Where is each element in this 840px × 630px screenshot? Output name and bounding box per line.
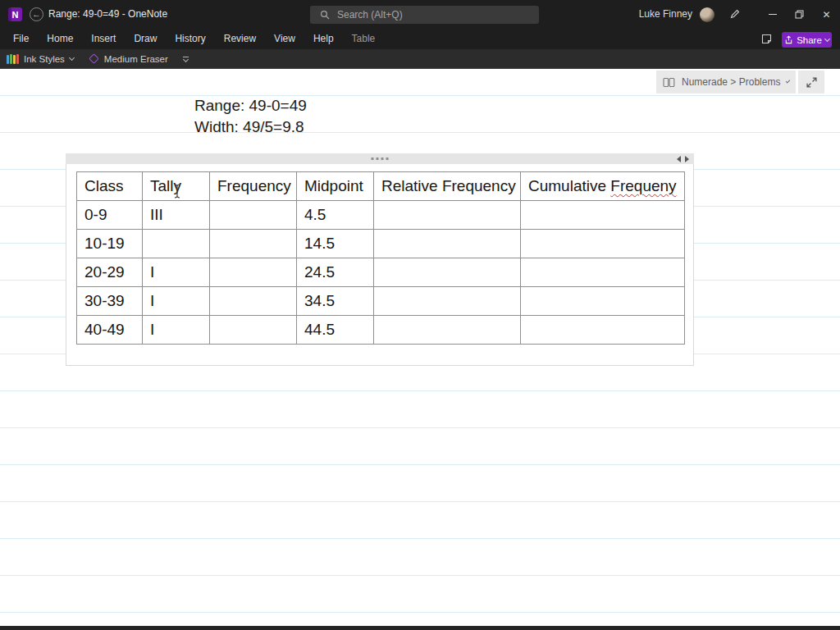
chevron-down-icon [786, 79, 790, 83]
menu-history[interactable]: History [166, 29, 214, 49]
cell[interactable] [374, 201, 521, 230]
close-icon: ✕ [822, 9, 830, 21]
cell[interactable] [374, 258, 521, 287]
close-button[interactable]: ✕ [813, 0, 840, 29]
menu-insert[interactable]: Insert [82, 29, 125, 49]
arrow-right-icon[interactable] [685, 156, 689, 162]
note-window-icon [760, 33, 773, 45]
cell[interactable] [521, 287, 685, 316]
cell[interactable]: 10-19 [77, 230, 143, 258]
cell[interactable] [143, 230, 210, 258]
onenote-logo-icon: N [8, 7, 22, 21]
notebook-section-dropdown[interactable]: Numerade > Problems [656, 71, 796, 94]
frequency-table: Class Tally Frequency Midpoint Relative … [76, 171, 685, 345]
page-canvas[interactable]: Numerade > Problems Range: 49-0=49 Width… [0, 70, 840, 626]
window-controls: ✕ [759, 0, 840, 29]
cell[interactable] [210, 230, 297, 258]
breadcrumb: Numerade > Problems [682, 76, 780, 88]
cell[interactable]: I [143, 287, 210, 316]
cell[interactable]: I [143, 316, 210, 345]
toolbar-overflow-button[interactable] [183, 57, 189, 62]
chevron-down-icon [69, 54, 75, 60]
text-cursor-icon [172, 183, 182, 203]
cell[interactable] [374, 230, 521, 258]
cell[interactable]: 20-29 [77, 258, 143, 287]
medium-eraser-button[interactable]: Medium Eraser [104, 54, 168, 64]
ink-styles-icon [7, 54, 19, 64]
cell[interactable]: 14.5 [297, 230, 374, 258]
menu-file[interactable]: File [4, 29, 38, 49]
header-midpoint[interactable]: Midpoint [297, 172, 374, 201]
onenote-window: N ← Range: 49-0=49 - OneNote Search (Alt… [0, 0, 840, 630]
cell[interactable]: 44.5 [297, 316, 374, 345]
search-icon [320, 10, 330, 20]
cell[interactable] [210, 201, 297, 230]
minimize-icon [769, 14, 777, 15]
table-row: 10-19 14.5 [77, 230, 685, 258]
expand-pane-button[interactable] [798, 71, 824, 94]
minimize-button[interactable] [759, 0, 786, 29]
header-relative-frequency[interactable]: Relative Frequency [374, 172, 521, 201]
header-cumulative-frequency[interactable]: Cumulative Frequeny [521, 172, 685, 201]
cell[interactable]: III [143, 201, 210, 230]
cell[interactable]: 40-49 [77, 316, 143, 345]
header-class[interactable]: Class [77, 172, 143, 201]
user-name: Luke Finney [639, 0, 692, 29]
expand-icon [806, 77, 817, 88]
cell[interactable]: 4.5 [297, 201, 374, 230]
menu-help[interactable]: Help [304, 29, 343, 49]
note-text-block[interactable]: Range: 49-0=49 Width: 49/5=9.8 [194, 95, 307, 138]
new-window-button[interactable] [760, 33, 773, 48]
table-drag-handle[interactable] [66, 153, 694, 164]
cell[interactable] [521, 201, 685, 230]
cell[interactable] [521, 316, 685, 345]
cell[interactable]: 34.5 [297, 287, 374, 316]
ink-styles-button[interactable]: Ink Styles [24, 54, 65, 64]
share-icon [784, 35, 793, 44]
drag-dots-icon [372, 158, 389, 160]
share-button[interactable]: Share [782, 32, 832, 48]
cell[interactable]: 30-39 [77, 287, 143, 316]
table-container: Class Tally Frequency Midpoint Relative … [66, 153, 694, 366]
chevron-down-icon [183, 56, 189, 62]
menu-draw[interactable]: Draw [125, 29, 166, 49]
note-line-range[interactable]: Range: 49-0=49 [194, 95, 307, 116]
arrow-left-icon[interactable] [677, 156, 681, 162]
table-frame: Class Tally Frequency Midpoint Relative … [66, 164, 694, 366]
breadcrumb-bar: Numerade > Problems [656, 71, 824, 94]
strip-arrows [677, 156, 689, 162]
cell[interactable] [521, 230, 685, 258]
table-row: 30-39 I 34.5 [77, 287, 685, 316]
table-header-row: Class Tally Frequency Midpoint Relative … [77, 172, 685, 201]
search-input[interactable]: Search (Alt+Q) [310, 6, 539, 24]
menu-view[interactable]: View [265, 29, 304, 49]
cell[interactable] [374, 287, 521, 316]
avatar[interactable] [700, 7, 714, 22]
notebook-icon [663, 77, 675, 88]
cell[interactable] [521, 258, 685, 287]
cell[interactable]: 24.5 [297, 258, 374, 287]
table-row: 40-49 I 44.5 [77, 316, 685, 345]
cell[interactable] [374, 316, 521, 345]
share-label: Share [797, 35, 822, 45]
eraser-icon [89, 53, 99, 64]
header-frequency[interactable]: Frequency [210, 172, 297, 201]
menu-home[interactable]: Home [38, 29, 82, 49]
bottom-edge [0, 626, 840, 630]
restore-button[interactable] [786, 0, 813, 29]
window-title: Range: 49-0=49 - OneNote [48, 0, 167, 29]
back-button[interactable]: ← [30, 7, 43, 21]
cell[interactable] [210, 316, 297, 345]
cell[interactable]: I [143, 258, 210, 287]
ink-toolbar: Ink Styles Medium Eraser [0, 49, 840, 69]
note-line-width[interactable]: Width: 49/5=9.8 [194, 116, 307, 138]
pen-icon[interactable] [729, 8, 741, 23]
cell[interactable] [210, 287, 297, 316]
cell[interactable] [210, 258, 297, 287]
menu-review[interactable]: Review [215, 29, 265, 49]
menu-table[interactable]: Table [343, 29, 385, 49]
cell[interactable]: 0-9 [77, 201, 143, 230]
menubar: File Home Insert Draw History Review Vie… [0, 29, 840, 49]
table-row: 0-9 III 4.5 [77, 201, 685, 230]
misspelled-word: Frequeny [610, 177, 676, 194]
